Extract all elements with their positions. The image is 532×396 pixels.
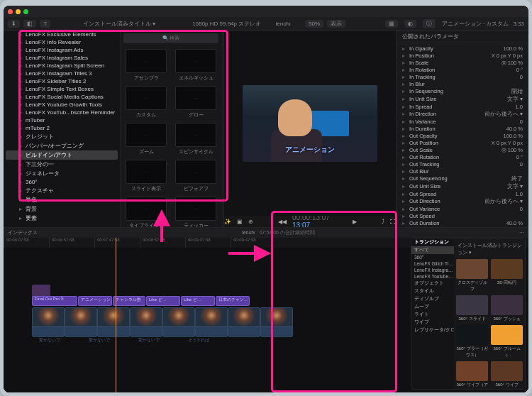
title-thumbnail[interactable]: —ビフォアフ	[173, 160, 218, 192]
parameter-row[interactable]: ▸In Duration40.0 %	[397, 125, 528, 132]
title-thumbnail[interactable]: —カスタム	[123, 86, 169, 119]
title-clip[interactable]: 日本のチャン…	[216, 296, 250, 306]
project-name[interactable]: lenofx	[275, 21, 290, 27]
library-tab[interactable]: ⬇	[8, 20, 20, 28]
transform-icon[interactable]: ⊕	[248, 219, 253, 225]
folder-item[interactable]: ▸LenoFX Exclusive Elements	[4, 31, 120, 38]
folder-item[interactable]: ▸mTuber	[4, 116, 120, 124]
insp-tab-video[interactable]: ▦	[385, 20, 398, 28]
parameter-row[interactable]: ▸In Scale◎ 100 %	[397, 59, 528, 66]
minimize-dot[interactable]	[16, 9, 21, 14]
transition-thumbnail[interactable]: 360° スライド	[456, 295, 488, 322]
folder-item[interactable]: ▸360°	[4, 178, 120, 186]
video-clip[interactable]	[260, 307, 293, 337]
parameter-row[interactable]: ▸In Sequencing開始	[397, 87, 528, 95]
fullscreen-icon[interactable]: ⛶	[390, 219, 396, 225]
parameter-list[interactable]: ▸In Opacity100.0 %▸In PositionX 0 px Y 0…	[397, 43, 528, 227]
enhance-icon[interactable]: ✨	[224, 219, 231, 225]
folder-item[interactable]: ▸バンパー/オープニング	[4, 141, 120, 150]
transition-thumbnail[interactable]: 360° ワイプ（回…	[491, 361, 523, 389]
parameter-row[interactable]: ▸Out Blur	[397, 167, 528, 175]
close-dot[interactable]	[8, 9, 13, 14]
parameter-row[interactable]: ▸In Blur	[397, 80, 528, 87]
transition-thumbnail[interactable]: 360° ブルーム（…	[491, 325, 523, 358]
parameter-row[interactable]: ▸Out Speed	[397, 212, 528, 219]
title-thumbnail[interactable]: —グロー	[173, 86, 218, 119]
folder-list[interactable]: ▸LenoFX Exclusive Elements▸LenoFX Info R…	[4, 31, 120, 227]
title-thumbnail[interactable]: —ティッカー	[173, 197, 218, 227]
transition-folder[interactable]: ライト	[411, 311, 454, 319]
parameter-row[interactable]: ▸Out Unit Size文字 ▾	[397, 182, 528, 190]
transition-folder[interactable]: オブジェクト	[411, 280, 454, 287]
viewer[interactable]: アニメーション	[224, 31, 396, 216]
parameter-row[interactable]: ▸Out PositionX 0 px Y 0 px	[397, 139, 528, 146]
folder-item[interactable]: ▸LenoFX YouTub...bscribe Reminder	[4, 109, 120, 116]
parameter-row[interactable]: ▸In Tracking0	[397, 73, 528, 80]
folder-item[interactable]: ▸単色	[4, 195, 120, 204]
parameter-row[interactable]: ▸In PositionX 0 px Y 0 px	[397, 52, 528, 59]
folder-item[interactable]: ▸テクスチャ	[4, 186, 120, 195]
titles-tab[interactable]: T	[40, 20, 50, 28]
parameter-row[interactable]: ▸Out Rotation0 °	[397, 153, 528, 160]
transitions-header[interactable]: インストール済みトランジション ▾	[456, 241, 523, 259]
folder-item[interactable]: ▸背景	[4, 204, 120, 214]
folder-item[interactable]: ▸LenoFX Instagram Sales	[4, 54, 120, 62]
parameter-row[interactable]: ▸In Rotation0 °	[397, 66, 528, 73]
parameter-row[interactable]: ▸Out Sequencing終了	[397, 175, 528, 182]
transition-folder[interactable]: レプリケータ/クローン	[411, 326, 454, 334]
folder-item[interactable]: ▸ジェネレータ	[4, 169, 120, 178]
folder-item[interactable]: ▸クレジット	[4, 132, 120, 141]
parameter-row[interactable]: ▸In Unit Size文字 ▾	[397, 95, 528, 103]
video-clip[interactable]	[97, 307, 130, 337]
parameter-row[interactable]: ▸Out Tracking0	[397, 160, 528, 167]
transition-folder[interactable]: ディゾルブ	[411, 295, 454, 303]
transition-thumbnail[interactable]: 360° プッシュ	[491, 295, 523, 322]
title-clip[interactable]: Like ど…	[181, 296, 215, 306]
title-clip[interactable]: Final Cut Pro X	[32, 296, 77, 306]
parameter-row[interactable]: ▸Out Spread1.0	[397, 190, 528, 197]
transition-thumbnail[interactable]: クロスディゾルブ	[456, 259, 488, 292]
title-clip[interactable]: チャンネル数	[113, 296, 145, 306]
index-button[interactable]: インデックス	[8, 229, 38, 236]
title-thumbnails[interactable]: —アセンブラ—エネルギッシュ—カスタム—グロー—ズーム—スピンサイクル—スライド…	[121, 46, 221, 227]
title-thumbnail[interactable]: —ズーム	[123, 123, 169, 155]
insp-tab-info[interactable]: ⓘ	[423, 19, 436, 28]
browser-header[interactable]: インストール済みタイトル ▾	[83, 21, 155, 27]
timeline-tools[interactable]: ⋯	[519, 230, 524, 236]
search-input[interactable]: 🔍 検索	[123, 33, 218, 43]
folder-item[interactable]: ▸LenoFX Instagram Ads	[4, 46, 120, 54]
parameter-row[interactable]: ▸Out Duration40.0 %	[397, 219, 528, 226]
transition-folders[interactable]: トランジションすべて360°LenoFX Glitch Tr…LenoFX In…	[411, 238, 454, 389]
transition-folder[interactable]: すべて	[411, 246, 454, 254]
parameter-row[interactable]: ▸Out Direction前から後ろへ ▾	[397, 197, 528, 205]
folder-item[interactable]: ▸LenoFX Social Media Captions	[4, 93, 120, 101]
transition-grid[interactable]: インストール済みトランジション ▾ クロスディゾルブ3D 回転円360° スライ…	[454, 238, 525, 389]
transition-folder[interactable]: LenoFX Glitch Tr…	[411, 260, 454, 267]
parameter-row[interactable]: ▸In Opacity100.0 %	[397, 45, 528, 52]
transition-folder[interactable]: LenoFX Instagra…	[411, 267, 454, 273]
parameter-row[interactable]: ▸Out Scale◎ 100 %	[397, 146, 528, 153]
title-thumbnail[interactable]: —スピンサイクル	[173, 123, 218, 155]
folder-item[interactable]: ▸下三分の一	[4, 160, 120, 169]
title-thumbnail[interactable]: —スライド表示	[123, 160, 169, 192]
folder-item[interactable]: ▸LenoFX Instagram Titles 3	[4, 70, 120, 77]
crop-icon[interactable]: ▣	[237, 219, 243, 225]
play-button[interactable]: ▶	[353, 219, 357, 225]
folder-item[interactable]: ▸ビルドイン/アウト	[6, 150, 118, 160]
video-clip[interactable]	[195, 307, 228, 337]
folder-item[interactable]: ▸LenoFX Sidebar Titles 2	[4, 77, 120, 85]
folder-item[interactable]: ▸LenoFX Instagram Split Screen	[4, 62, 120, 70]
insp-tab-color[interactable]: ◐	[404, 20, 416, 28]
view-select[interactable]: 表示	[327, 20, 345, 28]
transition-folder[interactable]: 360°	[411, 254, 454, 260]
parameter-row[interactable]: ▸In Direction前から後ろへ ▾	[397, 110, 528, 118]
folder-item[interactable]: ▸要素	[4, 214, 120, 223]
title-clip[interactable]: Like ど…	[146, 296, 180, 306]
share-icon[interactable]: ⤴	[382, 219, 384, 225]
folder-item[interactable]: ▸LenoFX Simple Text Boxes	[4, 85, 120, 93]
parameter-row[interactable]: ▸Out Variance0	[397, 205, 528, 212]
parameter-row[interactable]: ▸In Variance0	[397, 118, 528, 125]
folder-item[interactable]: ▸mTuber 2	[4, 124, 120, 132]
photos-tab[interactable]: ◧	[23, 20, 36, 28]
folder-item[interactable]: ▸LenoFX Youtube Growth Tools	[4, 101, 120, 109]
